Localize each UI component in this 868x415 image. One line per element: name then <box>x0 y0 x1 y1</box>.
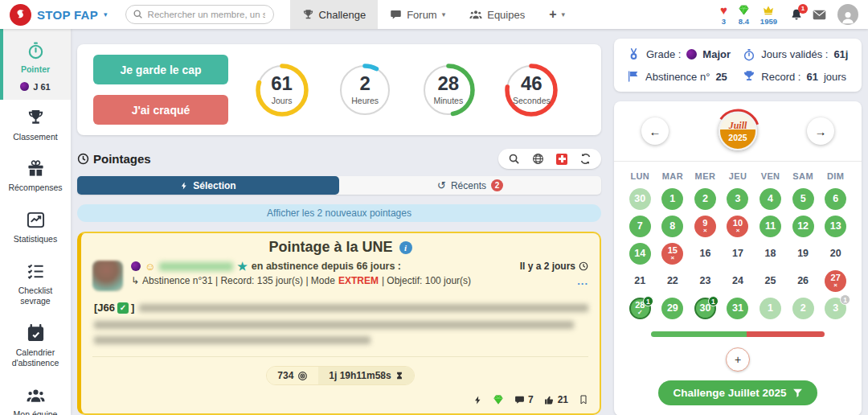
sidebar-item-mon-equipe[interactable]: Mon équipe <box>0 377 71 415</box>
calendar-card: ← Juill 2025 → LUN MAR MER JEU VEN SAM D… <box>614 101 862 415</box>
calendar-day[interactable]: 13 <box>825 216 846 237</box>
blurred-username[interactable] <box>159 262 233 271</box>
calendar-day[interactable]: 16 <box>694 243 716 265</box>
calendar-day[interactable]: 23 <box>694 270 716 292</box>
calendar-day[interactable]: 19 <box>792 243 814 265</box>
swiss-flag-icon[interactable] <box>556 154 567 165</box>
nav-item-challenge[interactable]: Challenge <box>290 0 379 29</box>
notifications-bell[interactable]: 1 <box>790 8 803 22</box>
calendar-day[interactable]: 1 <box>661 188 683 210</box>
sidebar-item-pointer[interactable]: Pointer J 61 <box>0 29 71 100</box>
nav-item-plus[interactable]: + ▾ <box>537 0 577 29</box>
refresh-icon[interactable] <box>579 153 592 165</box>
day-header: VEN <box>754 171 787 181</box>
day-tag: [J66 ✓ ] <box>94 302 134 314</box>
crowns-stat[interactable]: 1959 <box>760 3 777 26</box>
abstinence-status: en abstinence depuis 66 jours : <box>252 261 401 272</box>
profile-summary-card: Grade : Major Jours validés : 61j Abstin… <box>614 39 862 92</box>
month-badge[interactable]: Juill 2025 <box>715 109 760 154</box>
star-icon: ★ <box>237 261 248 272</box>
mode-extrem: EXTREM <box>338 275 379 286</box>
calendar-day[interactable]: 6 <box>825 188 846 210</box>
counter-label: Secondes <box>513 96 551 105</box>
calendar-day[interactable]: 3 <box>727 188 748 210</box>
challenge-filter-button[interactable]: Challenge Juillet 2025 <box>658 380 817 405</box>
calendar-day[interactable]: 5 <box>792 188 814 210</box>
sidebar-item-checklist[interactable]: Checklist sevrage <box>0 253 71 315</box>
globe-icon[interactable] <box>532 153 544 165</box>
calendar-next-button[interactable]: → <box>807 117 834 145</box>
calendar-prev-button[interactable]: ← <box>641 117 669 145</box>
calendar-day[interactable]: 31 <box>825 298 846 319</box>
branch-icon: ↳ <box>131 275 139 286</box>
keep-course-button[interactable]: Je garde le cap <box>93 55 228 84</box>
brand-group[interactable]: STOP FAP ▾ <box>10 4 108 26</box>
meta-text: Abstinence n°31 | Record: 135 jour(s) | … <box>142 275 335 286</box>
tab-selection[interactable]: Sélection <box>77 176 339 195</box>
sidebar-item-statistiques[interactable]: Statistiques <box>0 202 71 253</box>
counter-heures: 2Heures <box>335 60 395 120</box>
calendar-day[interactable]: 14 <box>629 243 651 265</box>
blurred-text-line <box>94 336 371 344</box>
calendar-day[interactable]: 10× <box>727 216 748 237</box>
comments-action[interactable]: 7 <box>514 394 534 405</box>
calendar-day[interactable]: 24 <box>727 270 748 292</box>
calendar-day[interactable]: 21 <box>629 270 651 292</box>
calendar-day[interactable]: 18 <box>760 243 781 265</box>
user-avatar[interactable] <box>837 4 858 25</box>
bookmark-action[interactable] <box>579 394 588 405</box>
counter-value: 28 <box>437 74 459 93</box>
heart-icon: ♥ <box>720 3 727 16</box>
search-icon[interactable] <box>508 153 520 165</box>
calendar-day[interactable]: 22 <box>661 270 683 292</box>
grade-value: Major <box>702 48 731 60</box>
days-validated-item: Jours validés : 61j <box>743 48 849 61</box>
calendar-day[interactable]: 26 <box>792 270 814 292</box>
nav-item-forum[interactable]: Forum ▾ <box>378 0 457 29</box>
bookmark-icon <box>579 394 588 405</box>
info-icon[interactable]: i <box>399 241 412 254</box>
calendar-day[interactable]: 29 <box>661 298 683 319</box>
clock-icon <box>579 261 588 271</box>
gem-action[interactable] <box>493 394 504 405</box>
messages-envelope-icon[interactable] <box>813 10 826 20</box>
calendar-day[interactable]: 15× <box>661 243 683 265</box>
gems-stat[interactable]: 8.4 <box>738 3 750 26</box>
calendar-day[interactable]: 301 <box>694 298 716 319</box>
trophy-icon <box>27 109 45 127</box>
calendar-day[interactable]: 8 <box>661 216 683 237</box>
search-input[interactable] <box>125 5 274 24</box>
calendar-day[interactable]: 27× <box>825 270 846 292</box>
nav-item-equipes[interactable]: Equipes <box>457 0 537 29</box>
calendar-day[interactable]: 2 <box>792 298 814 319</box>
sidebar-item-calendrier[interactable]: Calendrier d'abstinence <box>0 315 71 377</box>
tab-recents[interactable]: ↺ Récents 2 <box>339 176 601 195</box>
eye-target-icon <box>297 371 308 381</box>
calendar-day[interactable]: 20 <box>825 243 846 265</box>
calendar-day[interactable]: 12 <box>792 216 814 237</box>
calendar-day[interactable]: 28✓1 <box>629 298 651 319</box>
new-pointages-banner[interactable]: Afficher les 2 nouveaux pointages <box>77 204 601 222</box>
calendar-day[interactable]: 31 <box>727 298 748 319</box>
featured-user-avatar[interactable] <box>92 261 123 291</box>
calendar-day[interactable]: 30 <box>629 188 651 210</box>
calendar-day[interactable]: 1 <box>760 298 781 319</box>
bolt-action[interactable] <box>473 395 482 405</box>
calendar-day[interactable]: 4 <box>760 188 781 210</box>
hearts-stat[interactable]: ♥ 3 <box>720 3 727 26</box>
sidebar-item-classement[interactable]: Classement <box>0 100 71 151</box>
sidebar-item-recompenses[interactable]: Récompenses <box>0 150 71 202</box>
relapse-button[interactable]: J'ai craqué <box>93 95 228 125</box>
calendar-day[interactable]: 7 <box>629 216 651 237</box>
calendar-day[interactable]: 25 <box>760 270 781 292</box>
likes-action[interactable]: 21 <box>544 394 568 405</box>
more-options-button[interactable]: ... <box>520 279 588 285</box>
calendar-day[interactable]: 9× <box>694 216 716 237</box>
calendar-day[interactable]: 2 <box>694 188 716 210</box>
grade-item: Grade : Major <box>627 47 738 61</box>
users-icon <box>469 8 482 21</box>
calendar-day[interactable]: 17 <box>727 243 748 265</box>
calendar-add-button[interactable]: + <box>726 347 750 372</box>
right-column: Grade : Major Jours validés : 61j Abstin… <box>614 29 862 415</box>
calendar-day[interactable]: 11 <box>760 216 781 237</box>
